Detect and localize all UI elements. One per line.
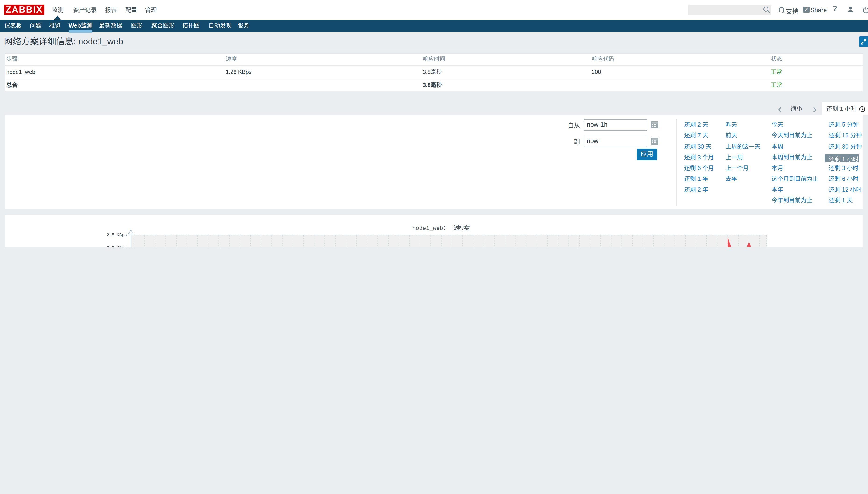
svg-text:node1_web：速度: node1_web：速度 [412,225,470,232]
svg-text:2.0 KBps: 2.0 KBps [107,245,127,247]
svg-text:2.5 KBps: 2.5 KBps [107,232,127,237]
